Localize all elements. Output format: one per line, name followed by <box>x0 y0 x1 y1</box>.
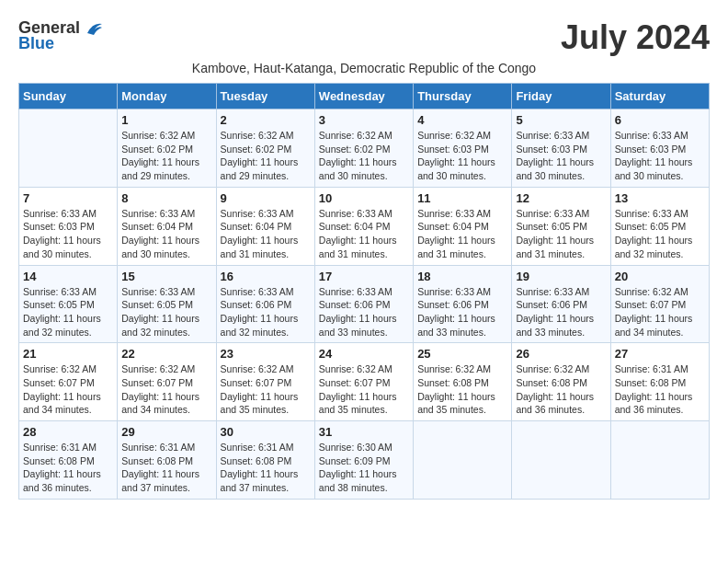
day-number: 6 <box>615 113 705 127</box>
calendar-cell: 26Sunrise: 6:32 AM Sunset: 6:08 PM Dayli… <box>512 343 610 421</box>
day-number: 2 <box>221 113 311 127</box>
day-number: 27 <box>615 347 705 361</box>
day-info: Sunrise: 6:32 AM Sunset: 6:02 PM Dayligh… <box>221 129 311 183</box>
calendar-cell: 5Sunrise: 6:33 AM Sunset: 6:03 PM Daylig… <box>512 109 610 188</box>
calendar-cell: 25Sunrise: 6:32 AM Sunset: 6:08 PM Dayli… <box>414 343 512 421</box>
day-info: Sunrise: 6:32 AM Sunset: 6:08 PM Dayligh… <box>417 362 507 417</box>
calendar-week-row: 28Sunrise: 6:31 AM Sunset: 6:08 PM Dayli… <box>19 421 710 500</box>
day-info: Sunrise: 6:33 AM Sunset: 6:04 PM Dayligh… <box>121 207 211 261</box>
calendar-cell: 11Sunrise: 6:33 AM Sunset: 6:04 PM Dayli… <box>414 187 512 265</box>
day-info: Sunrise: 6:31 AM Sunset: 6:08 PM Dayligh… <box>615 362 705 417</box>
month-title: July 2024 <box>561 18 710 57</box>
calendar-cell: 19Sunrise: 6:33 AM Sunset: 6:06 PM Dayli… <box>512 265 610 343</box>
day-info: Sunrise: 6:33 AM Sunset: 6:05 PM Dayligh… <box>23 285 113 339</box>
day-info: Sunrise: 6:33 AM Sunset: 6:06 PM Dayligh… <box>221 285 311 339</box>
calendar-cell: 1Sunrise: 6:32 AM Sunset: 6:02 PM Daylig… <box>118 109 216 188</box>
page-header: General Blue July 2024 <box>18 18 710 57</box>
calendar-cell: 18Sunrise: 6:33 AM Sunset: 6:06 PM Dayli… <box>414 265 512 343</box>
day-info: Sunrise: 6:33 AM Sunset: 6:04 PM Dayligh… <box>319 207 409 261</box>
calendar-table: SundayMondayTuesdayWednesdayThursdayFrid… <box>18 83 710 500</box>
day-info: Sunrise: 6:33 AM Sunset: 6:06 PM Dayligh… <box>516 285 606 339</box>
weekday-header-saturday: Saturday <box>610 84 709 109</box>
day-info: Sunrise: 6:32 AM Sunset: 6:03 PM Dayligh… <box>417 129 507 183</box>
calendar-cell <box>414 421 512 500</box>
day-number: 18 <box>417 270 507 283</box>
day-info: Sunrise: 6:31 AM Sunset: 6:08 PM Dayligh… <box>221 441 311 495</box>
day-number: 5 <box>516 113 606 127</box>
calendar-cell: 10Sunrise: 6:33 AM Sunset: 6:04 PM Dayli… <box>314 187 413 265</box>
calendar-cell: 14Sunrise: 6:33 AM Sunset: 6:05 PM Dayli… <box>19 265 118 343</box>
calendar-cell <box>19 109 118 188</box>
calendar-cell: 17Sunrise: 6:33 AM Sunset: 6:06 PM Dayli… <box>314 265 413 343</box>
day-number: 19 <box>516 270 606 283</box>
logo: General Blue <box>18 18 104 53</box>
day-info: Sunrise: 6:32 AM Sunset: 6:08 PM Dayligh… <box>516 362 606 417</box>
day-info: Sunrise: 6:32 AM Sunset: 6:07 PM Dayligh… <box>319 362 409 417</box>
day-number: 21 <box>23 347 113 361</box>
day-number: 25 <box>417 347 507 361</box>
calendar-week-row: 1Sunrise: 6:32 AM Sunset: 6:02 PM Daylig… <box>19 109 710 188</box>
day-info: Sunrise: 6:32 AM Sunset: 6:07 PM Dayligh… <box>121 362 211 417</box>
weekday-header-friday: Friday <box>512 84 610 109</box>
day-info: Sunrise: 6:31 AM Sunset: 6:08 PM Dayligh… <box>121 441 211 495</box>
day-number: 13 <box>615 191 705 205</box>
weekday-header-tuesday: Tuesday <box>216 84 314 109</box>
calendar-cell: 16Sunrise: 6:33 AM Sunset: 6:06 PM Dayli… <box>216 265 314 343</box>
day-info: Sunrise: 6:32 AM Sunset: 6:07 PM Dayligh… <box>615 285 705 339</box>
weekday-header-sunday: Sunday <box>19 84 118 109</box>
calendar-cell: 22Sunrise: 6:32 AM Sunset: 6:07 PM Dayli… <box>118 343 216 421</box>
day-info: Sunrise: 6:33 AM Sunset: 6:04 PM Dayligh… <box>221 207 311 261</box>
day-number: 20 <box>615 270 705 283</box>
day-number: 12 <box>516 191 606 205</box>
calendar-cell: 12Sunrise: 6:33 AM Sunset: 6:05 PM Dayli… <box>512 187 610 265</box>
weekday-header-thursday: Thursday <box>414 84 512 109</box>
calendar-cell: 13Sunrise: 6:33 AM Sunset: 6:05 PM Dayli… <box>610 187 709 265</box>
calendar-week-row: 7Sunrise: 6:33 AM Sunset: 6:03 PM Daylig… <box>19 187 710 265</box>
day-number: 16 <box>221 270 311 283</box>
day-info: Sunrise: 6:32 AM Sunset: 6:07 PM Dayligh… <box>23 362 113 417</box>
calendar-cell: 21Sunrise: 6:32 AM Sunset: 6:07 PM Dayli… <box>19 343 118 421</box>
day-info: Sunrise: 6:32 AM Sunset: 6:02 PM Dayligh… <box>319 129 409 183</box>
calendar-cell <box>512 421 610 500</box>
day-number: 9 <box>221 191 311 205</box>
day-info: Sunrise: 6:32 AM Sunset: 6:07 PM Dayligh… <box>221 362 311 417</box>
logo-blue-text: Blue <box>18 34 54 53</box>
day-number: 28 <box>23 425 113 439</box>
calendar-cell: 9Sunrise: 6:33 AM Sunset: 6:04 PM Daylig… <box>216 187 314 265</box>
day-info: Sunrise: 6:33 AM Sunset: 6:05 PM Dayligh… <box>615 207 705 261</box>
day-number: 1 <box>121 113 211 127</box>
weekday-header-monday: Monday <box>118 84 216 109</box>
calendar-cell: 23Sunrise: 6:32 AM Sunset: 6:07 PM Dayli… <box>216 343 314 421</box>
day-number: 10 <box>319 191 409 205</box>
day-info: Sunrise: 6:33 AM Sunset: 6:03 PM Dayligh… <box>23 207 113 261</box>
day-number: 8 <box>121 191 211 205</box>
calendar-cell: 27Sunrise: 6:31 AM Sunset: 6:08 PM Dayli… <box>610 343 709 421</box>
calendar-cell: 2Sunrise: 6:32 AM Sunset: 6:02 PM Daylig… <box>216 109 314 188</box>
calendar-cell: 6Sunrise: 6:33 AM Sunset: 6:03 PM Daylig… <box>610 109 709 188</box>
calendar-week-row: 14Sunrise: 6:33 AM Sunset: 6:05 PM Dayli… <box>19 265 710 343</box>
day-info: Sunrise: 6:31 AM Sunset: 6:08 PM Dayligh… <box>23 441 113 495</box>
day-info: Sunrise: 6:33 AM Sunset: 6:06 PM Dayligh… <box>417 285 507 339</box>
day-number: 15 <box>121 270 211 283</box>
calendar-cell: 28Sunrise: 6:31 AM Sunset: 6:08 PM Dayli… <box>19 421 118 500</box>
day-info: Sunrise: 6:33 AM Sunset: 6:03 PM Dayligh… <box>516 129 606 183</box>
calendar-week-row: 21Sunrise: 6:32 AM Sunset: 6:07 PM Dayli… <box>19 343 710 421</box>
calendar-cell: 7Sunrise: 6:33 AM Sunset: 6:03 PM Daylig… <box>19 187 118 265</box>
calendar-cell: 20Sunrise: 6:32 AM Sunset: 6:07 PM Dayli… <box>610 265 709 343</box>
day-number: 31 <box>319 425 409 439</box>
day-info: Sunrise: 6:33 AM Sunset: 6:06 PM Dayligh… <box>319 285 409 339</box>
calendar-cell: 29Sunrise: 6:31 AM Sunset: 6:08 PM Dayli… <box>118 421 216 500</box>
calendar-subtitle: Kambove, Haut-Katanga, Democratic Republ… <box>18 61 710 75</box>
day-number: 3 <box>319 113 409 127</box>
day-info: Sunrise: 6:30 AM Sunset: 6:09 PM Dayligh… <box>319 441 409 495</box>
calendar-cell: 4Sunrise: 6:32 AM Sunset: 6:03 PM Daylig… <box>414 109 512 188</box>
day-number: 22 <box>121 347 211 361</box>
day-number: 26 <box>516 347 606 361</box>
day-number: 4 <box>417 113 507 127</box>
day-number: 23 <box>221 347 311 361</box>
calendar-cell: 31Sunrise: 6:30 AM Sunset: 6:09 PM Dayli… <box>314 421 413 500</box>
day-number: 14 <box>23 270 113 283</box>
day-number: 7 <box>23 191 113 205</box>
calendar-cell: 30Sunrise: 6:31 AM Sunset: 6:08 PM Dayli… <box>216 421 314 500</box>
day-info: Sunrise: 6:33 AM Sunset: 6:05 PM Dayligh… <box>516 207 606 261</box>
